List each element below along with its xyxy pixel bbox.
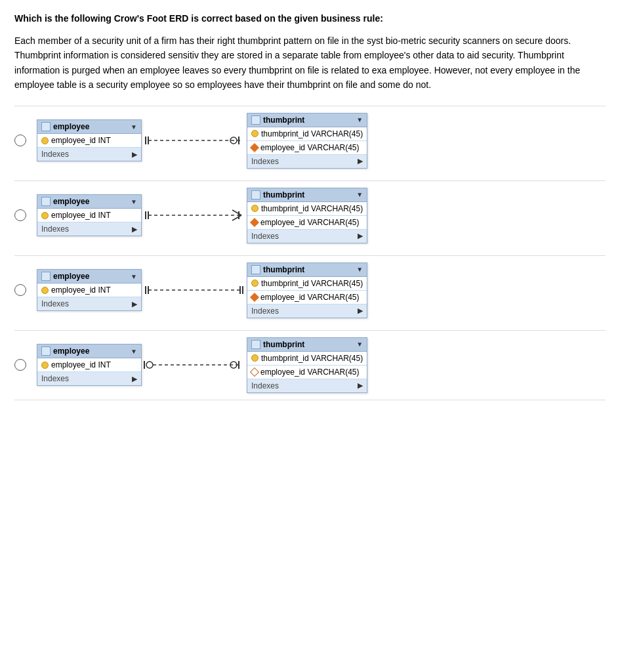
employee-id-label-a: employee_id INT (51, 136, 111, 145)
erd-b: employee ▼ employee_id INT Indexes ▶ (37, 188, 367, 243)
indexes-row-thumbprint-b[interactable]: Indexes ▶ (247, 230, 367, 243)
dropdown-icon-a: ▼ (131, 123, 137, 131)
thumbprint-id-field-b: thumbprint_id VARCHAR(45) (247, 202, 367, 216)
dropdown-icon-c: ▼ (131, 273, 137, 280)
table-icon-d (41, 346, 51, 356)
employee-id-label-c: employee_id INT (51, 285, 111, 295)
key-icon-thumb-d (251, 354, 258, 362)
option-d-row[interactable]: employee ▼ employee_id INT Indexes ▶ (14, 330, 606, 400)
entity-thumbprint-a: thumbprint ▼ thumbprint_id VARCHAR(45) e… (247, 113, 367, 169)
indexes-arrow-a2: ▶ (358, 157, 363, 165)
radio-b[interactable] (14, 209, 26, 221)
indexes-label-d1: Indexes (41, 374, 69, 383)
indexes-arrow-a1: ▶ (132, 150, 137, 159)
entity-header-thumbprint-d: thumbprint ▼ (247, 338, 367, 352)
key-icon-c (41, 287, 49, 294)
employee-fk-field-d: employee_id VARCHAR(45) (247, 366, 367, 379)
employee-fk-label-a: employee_id VARCHAR(45) (260, 143, 360, 152)
indexes-arrow-c2: ▶ (358, 306, 363, 315)
entity-thumbprint-d: thumbprint ▼ thumbprint_id VARCHAR(45) e… (247, 337, 367, 393)
indexes-row-employee-b[interactable]: Indexes ▶ (37, 222, 141, 236)
option-a-row[interactable]: employee ▼ employee_id INT Indexes ▶ (14, 106, 606, 175)
main-container: Which is the following Crow's Foot ERD i… (0, 0, 620, 417)
employee-id-field-d: employee_id INT (37, 358, 141, 372)
entity-header-employee-d: employee ▼ (37, 345, 141, 358)
indexes-label-a2: Indexes (251, 157, 279, 166)
question-body: Each member of a security unit of a firm… (14, 33, 606, 93)
diamond-icon-d (250, 367, 259, 376)
employee-id-label-b: employee_id INT (51, 211, 111, 220)
dropdown-icon-d: ▼ (131, 348, 137, 355)
indexes-row-thumbprint-c[interactable]: Indexes ▶ (247, 304, 367, 318)
employee-label-d: employee (53, 346, 89, 356)
employee-fk-field-c: employee_id VARCHAR(45) (247, 291, 367, 304)
thumbprint-label-c: thumbprint (263, 265, 304, 274)
table-icon-b (41, 197, 51, 206)
employee-fk-label-c: employee_id VARCHAR(45) (260, 293, 360, 302)
entity-header-thumbprint-a: thumbprint ▼ (247, 114, 367, 127)
entity-employee-a: employee ▼ employee_id INT Indexes ▶ (37, 119, 142, 161)
indexes-row-employee-c[interactable]: Indexes ▶ (37, 297, 141, 310)
indexes-label-c2: Indexes (251, 306, 279, 316)
key-icon-d (41, 362, 49, 369)
erd-a: employee ▼ employee_id INT Indexes ▶ (37, 113, 367, 169)
indexes-label-b1: Indexes (41, 224, 69, 234)
entity-header-employee-a: employee ▼ (37, 120, 141, 134)
employee-fk-label-d: employee_id VARCHAR(45) (260, 368, 360, 377)
radio-a[interactable] (14, 135, 26, 146)
employee-label-c: employee (53, 272, 89, 281)
indexes-row-employee-a[interactable]: Indexes ▶ (37, 148, 141, 161)
entity-employee-b: employee ▼ employee_id INT Indexes ▶ (37, 194, 142, 236)
indexes-arrow-b2: ▶ (358, 232, 363, 240)
key-icon-thumb-c (251, 280, 258, 287)
indexes-arrow-b1: ▶ (132, 225, 137, 234)
dropdown-icon-thumb-b: ▼ (356, 191, 363, 198)
entity-employee-d: employee ▼ employee_id INT Indexes ▶ (37, 344, 142, 386)
thumbprint-id-field-a: thumbprint_id VARCHAR(45) (247, 127, 367, 141)
indexes-label-d2: Indexes (251, 381, 279, 390)
connector-a (142, 127, 247, 154)
diamond-icon-a (250, 142, 259, 152)
thumbprint-id-field-c: thumbprint_id VARCHAR(45) (247, 277, 367, 291)
thumbprint-label-a: thumbprint (263, 116, 304, 125)
svg-point-17 (146, 362, 153, 368)
indexes-row-thumbprint-a[interactable]: Indexes ▶ (247, 155, 367, 168)
table-icon-thumb-b (251, 190, 260, 200)
indexes-label-b2: Indexes (251, 232, 279, 241)
employee-id-field-c: employee_id INT (37, 284, 141, 297)
indexes-row-thumbprint-d[interactable]: Indexes ▶ (247, 379, 367, 392)
table-icon-thumb-c (251, 265, 260, 274)
question-title: Which is the following Crow's Foot ERD i… (14, 12, 606, 26)
entity-header-thumbprint-c: thumbprint ▼ (247, 263, 367, 277)
radio-d[interactable] (14, 359, 26, 371)
indexes-label-a1: Indexes (41, 150, 69, 159)
key-icon-b (41, 212, 49, 219)
indexes-label-c1: Indexes (41, 299, 69, 308)
svg-line-9 (232, 215, 241, 220)
table-icon-thumb-a (251, 116, 260, 125)
indexes-row-employee-d[interactable]: Indexes ▶ (37, 372, 141, 385)
dropdown-icon-thumb-a: ▼ (356, 116, 363, 123)
thumbprint-id-label-d: thumbprint_id VARCHAR(45) (261, 354, 363, 363)
table-icon-thumb-d (251, 340, 260, 349)
dropdown-icon-thumb-d: ▼ (356, 341, 363, 348)
radio-c[interactable] (14, 284, 26, 296)
employee-id-field-a: employee_id INT (37, 134, 141, 148)
key-icon-a (41, 137, 49, 144)
connector-b (142, 202, 247, 228)
employee-id-label-d: employee_id INT (51, 360, 111, 369)
dropdown-icon-b: ▼ (131, 198, 137, 205)
option-b-row[interactable]: employee ▼ employee_id INT Indexes ▶ (14, 180, 606, 250)
option-c-row[interactable]: employee ▼ employee_id INT Indexes ▶ (14, 255, 606, 325)
employee-label-b: employee (53, 197, 89, 206)
connector-c (142, 277, 247, 303)
table-icon-c (41, 272, 51, 281)
entity-thumbprint-c: thumbprint ▼ thumbprint_id VARCHAR(45) e… (247, 262, 367, 318)
erd-d: employee ▼ employee_id INT Indexes ▶ (37, 337, 367, 393)
employee-fk-field-b: employee_id VARCHAR(45) (247, 216, 367, 230)
dropdown-icon-thumb-c: ▼ (356, 266, 363, 273)
indexes-arrow-d1: ▶ (132, 375, 137, 383)
entity-header-thumbprint-b: thumbprint ▼ (247, 188, 367, 202)
indexes-arrow-d2: ▶ (358, 381, 363, 390)
key-icon-thumb-a (251, 130, 258, 137)
